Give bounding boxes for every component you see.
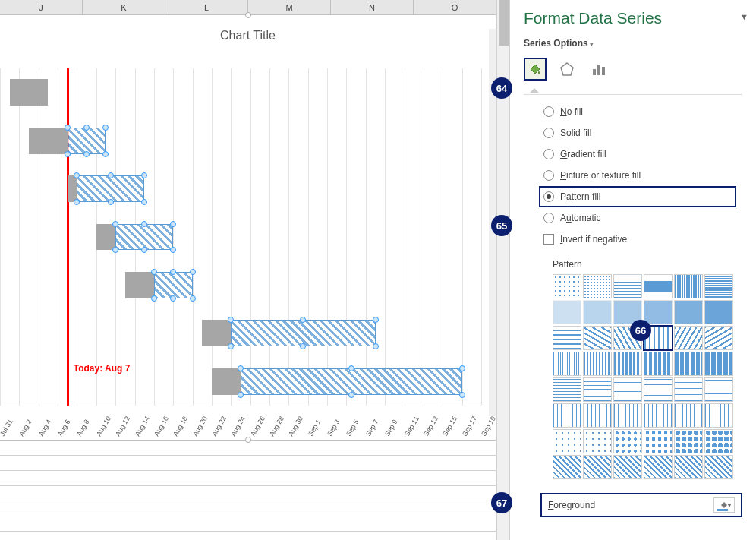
selection-handle[interactable] bbox=[108, 199, 114, 205]
selection-handle[interactable] bbox=[238, 392, 244, 398]
pattern-swatch[interactable] bbox=[583, 352, 612, 376]
pattern-swatch[interactable] bbox=[704, 326, 733, 350]
col-header[interactable]: N bbox=[331, 0, 414, 14]
pattern-swatch[interactable] bbox=[553, 377, 581, 402]
pattern-swatch[interactable] bbox=[644, 352, 673, 376]
chart-title[interactable]: Chart Title bbox=[0, 15, 496, 52]
pane-menu-icon[interactable]: ▼ bbox=[740, 12, 748, 21]
gradient-fill-radio[interactable]: Gradient fill bbox=[543, 144, 742, 165]
col-header[interactable]: L bbox=[165, 0, 248, 14]
selection-handle[interactable] bbox=[65, 125, 71, 131]
series-options-dropdown[interactable]: Series Options bbox=[510, 30, 756, 55]
gantt-bar-complete[interactable] bbox=[96, 224, 115, 251]
selection-handle[interactable] bbox=[102, 151, 109, 157]
selection-handle[interactable] bbox=[348, 365, 354, 371]
grid-row[interactable] bbox=[0, 501, 496, 516]
gantt-bar-complete[interactable] bbox=[212, 368, 241, 395]
scrollbar-thumb[interactable] bbox=[499, 0, 509, 46]
selection-handle[interactable] bbox=[112, 221, 118, 227]
pattern-swatch[interactable] bbox=[613, 455, 642, 479]
selection-handle[interactable] bbox=[112, 247, 118, 253]
pattern-swatch[interactable] bbox=[553, 326, 581, 350]
selection-handle[interactable] bbox=[170, 247, 176, 253]
pattern-swatch[interactable] bbox=[583, 326, 612, 350]
selection-handle[interactable] bbox=[373, 343, 379, 349]
col-header[interactable]: K bbox=[83, 0, 165, 14]
pattern-swatch[interactable] bbox=[674, 326, 703, 350]
gantt-bar-complete[interactable] bbox=[10, 79, 49, 106]
pattern-swatch[interactable] bbox=[644, 403, 673, 428]
pattern-swatch[interactable] bbox=[674, 352, 703, 376]
gantt-bar-remaining[interactable] bbox=[154, 272, 193, 298]
solid-fill-radio[interactable]: Solid fill bbox=[543, 122, 742, 144]
selection-handle[interactable] bbox=[190, 269, 196, 275]
grid-row[interactable] bbox=[0, 486, 496, 501]
foreground-color-row[interactable]: Foreground ▼ bbox=[540, 493, 742, 517]
selection-handle[interactable] bbox=[228, 343, 234, 349]
pattern-swatch[interactable] bbox=[613, 352, 642, 376]
pattern-fill-radio[interactable]: Pattern fill bbox=[539, 186, 736, 207]
series-options-tab[interactable] bbox=[587, 58, 610, 81]
pattern-swatch[interactable] bbox=[704, 455, 733, 479]
selection-handle[interactable] bbox=[108, 172, 114, 178]
selection-handle[interactable] bbox=[170, 295, 176, 302]
pattern-swatch[interactable] bbox=[553, 403, 581, 428]
gantt-bar-complete[interactable] bbox=[29, 128, 68, 154]
pattern-swatch[interactable] bbox=[704, 274, 733, 298]
pattern-swatch[interactable] bbox=[553, 352, 581, 376]
selection-handle[interactable] bbox=[102, 125, 109, 131]
gantt-bar-remaining[interactable] bbox=[231, 320, 375, 346]
pattern-swatch[interactable] bbox=[644, 300, 673, 324]
selection-handle[interactable] bbox=[141, 247, 147, 253]
selection-handle[interactable] bbox=[348, 392, 354, 398]
pattern-swatch[interactable] bbox=[704, 377, 733, 402]
no-fill-radio[interactable]: No fill bbox=[543, 101, 742, 122]
grid-row[interactable] bbox=[0, 516, 496, 532]
pattern-swatch[interactable] bbox=[613, 403, 642, 428]
pattern-swatch[interactable] bbox=[674, 455, 703, 479]
picture-fill-radio[interactable]: Picture or texture fill bbox=[543, 165, 742, 186]
selection-handle[interactable] bbox=[151, 269, 157, 275]
pattern-swatch[interactable] bbox=[553, 300, 581, 324]
pattern-swatch[interactable] bbox=[553, 455, 581, 479]
invert-if-negative-checkbox[interactable]: Invert if negative bbox=[543, 229, 742, 250]
pattern-swatch[interactable] bbox=[644, 377, 673, 402]
pattern-swatch[interactable] bbox=[583, 455, 612, 479]
selection-handle[interactable] bbox=[459, 392, 465, 398]
pattern-swatch[interactable] bbox=[553, 274, 581, 298]
gantt-bar-complete[interactable] bbox=[125, 272, 154, 298]
fill-line-tab[interactable] bbox=[524, 58, 547, 81]
gantt-bar-remaining[interactable] bbox=[68, 128, 106, 154]
grid-row[interactable] bbox=[0, 441, 496, 456]
pattern-swatch[interactable] bbox=[674, 377, 703, 402]
pattern-swatch[interactable] bbox=[583, 403, 612, 428]
automatic-radio[interactable]: Automatic bbox=[543, 207, 742, 229]
selection-handle[interactable] bbox=[141, 199, 147, 205]
chart-plot-area[interactable]: Today: Aug 7 bbox=[0, 68, 481, 406]
selection-handle[interactable] bbox=[65, 151, 71, 157]
pattern-swatch[interactable] bbox=[553, 429, 581, 453]
pattern-swatch[interactable] bbox=[704, 403, 733, 428]
selection-handle[interactable] bbox=[300, 343, 306, 349]
pattern-swatch[interactable] bbox=[613, 377, 642, 402]
selection-handle[interactable] bbox=[190, 295, 196, 302]
selection-handle[interactable] bbox=[373, 317, 379, 323]
chart-object[interactable]: Chart Title Today: Aug 7 Jul 31Aug 2Aug … bbox=[0, 15, 496, 441]
pattern-swatch[interactable] bbox=[674, 403, 703, 428]
selection-handle[interactable] bbox=[459, 365, 465, 371]
selection-handle[interactable] bbox=[170, 221, 176, 227]
grid-row[interactable] bbox=[0, 471, 496, 486]
pattern-swatch[interactable] bbox=[583, 429, 612, 453]
pattern-swatch[interactable] bbox=[644, 429, 673, 453]
col-header[interactable]: O bbox=[414, 0, 496, 14]
gantt-bar-remaining[interactable] bbox=[77, 175, 144, 202]
grid-row[interactable] bbox=[0, 456, 496, 471]
pattern-swatch[interactable] bbox=[644, 455, 673, 479]
pattern-swatch[interactable] bbox=[583, 274, 612, 298]
pattern-swatch[interactable] bbox=[613, 429, 642, 453]
pattern-swatch[interactable] bbox=[644, 274, 673, 298]
gantt-bar-complete[interactable] bbox=[68, 175, 77, 202]
pattern-swatch[interactable] bbox=[704, 300, 733, 324]
pattern-swatch[interactable] bbox=[583, 377, 612, 402]
selection-handle[interactable] bbox=[83, 151, 90, 157]
